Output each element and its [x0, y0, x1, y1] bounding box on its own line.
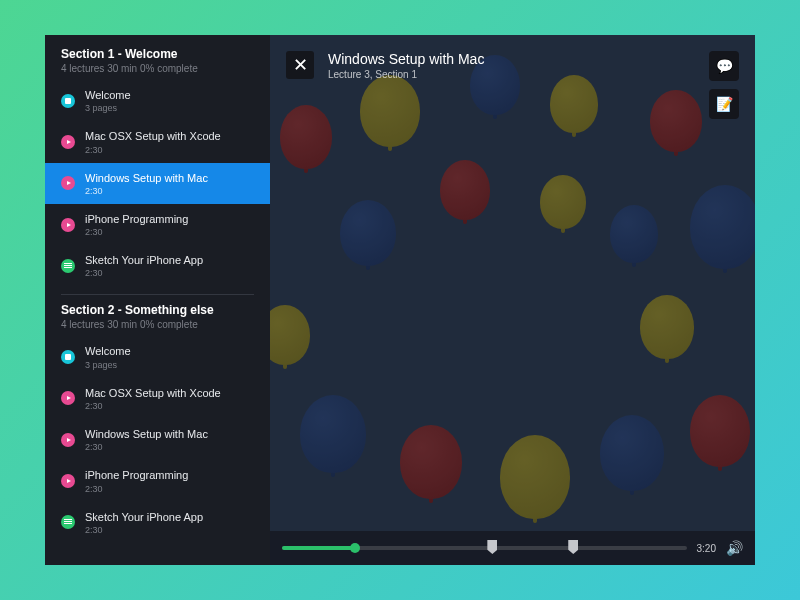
- section-title: Section 1 - Welcome: [61, 47, 254, 61]
- main-panel: ✕ Windows Setup with Mac Lecture 3, Sect…: [270, 35, 755, 565]
- sidebar-item[interactable]: Sketch Your iPhone App 2:30: [45, 502, 270, 543]
- item-sub: 3 pages: [85, 360, 254, 370]
- player-controls: 3:20 🔊: [270, 531, 755, 565]
- item-sub: 2:30: [85, 227, 254, 237]
- item-text: iPhone Programming 2:30: [85, 468, 254, 493]
- play-icon: [61, 218, 75, 232]
- sidebar-item[interactable]: Mac OSX Setup with Xcode 2:30: [45, 378, 270, 419]
- item-title: Windows Setup with Mac: [85, 427, 254, 441]
- play-icon: [61, 135, 75, 149]
- time-display: 3:20: [697, 543, 716, 554]
- item-sub: 2:30: [85, 268, 254, 278]
- section-title: Section 2 - Something else: [61, 303, 254, 317]
- close-button[interactable]: ✕: [286, 51, 314, 79]
- title-block: Windows Setup with Mac Lecture 3, Sectio…: [328, 51, 695, 80]
- lecture-title: Windows Setup with Mac: [328, 51, 695, 67]
- item-title: Welcome: [85, 88, 254, 102]
- chat-button[interactable]: 💬: [709, 51, 739, 81]
- sidebar-item[interactable]: iPhone Programming 2:30: [45, 204, 270, 245]
- item-sub: 2:30: [85, 484, 254, 494]
- close-icon: ✕: [293, 56, 308, 74]
- section-meta: 4 lectures 30 min 0% complete: [61, 319, 254, 330]
- item-title: iPhone Programming: [85, 212, 254, 226]
- item-sub: 2:30: [85, 525, 254, 535]
- item-text: Windows Setup with Mac 2:30: [85, 427, 254, 452]
- item-text: Sketch Your iPhone App 2:30: [85, 253, 254, 278]
- sidebar-item[interactable]: Welcome 3 pages: [45, 336, 270, 377]
- lecture-subtitle: Lecture 3, Section 1: [328, 69, 695, 80]
- item-title: Sketch Your iPhone App: [85, 510, 254, 524]
- right-icons: 💬 📝: [709, 51, 739, 119]
- play-icon: [61, 474, 75, 488]
- item-sub: 2:30: [85, 442, 254, 452]
- app-window: Section 1 - Welcome 4 lectures 30 min 0%…: [45, 35, 755, 565]
- play-icon: [61, 433, 75, 447]
- volume-icon[interactable]: 🔊: [726, 540, 743, 556]
- item-sub: 2:30: [85, 401, 254, 411]
- section-header: Section 2 - Something else 4 lectures 30…: [45, 303, 270, 336]
- item-text: Welcome 3 pages: [85, 88, 254, 113]
- item-title: Mac OSX Setup with Xcode: [85, 386, 254, 400]
- item-sub: 3 pages: [85, 103, 254, 113]
- item-text: iPhone Programming 2:30: [85, 212, 254, 237]
- sidebar-item[interactable]: Welcome 3 pages: [45, 80, 270, 121]
- progress-thumb[interactable]: [350, 543, 360, 553]
- chat-icon: 💬: [716, 58, 733, 74]
- topbar: ✕ Windows Setup with Mac Lecture 3, Sect…: [270, 35, 755, 119]
- section-divider: [61, 294, 254, 295]
- lines-icon: [61, 259, 75, 273]
- sidebar-item[interactable]: iPhone Programming 2:30: [45, 460, 270, 501]
- section-header: Section 1 - Welcome 4 lectures 30 min 0%…: [45, 47, 270, 80]
- item-text: Mac OSX Setup with Xcode 2:30: [85, 129, 254, 154]
- sidebar-item[interactable]: Windows Setup with Mac 2:30: [45, 419, 270, 460]
- item-title: Mac OSX Setup with Xcode: [85, 129, 254, 143]
- doc-icon: [61, 350, 75, 364]
- sidebar-item[interactable]: Windows Setup with Mac 2:30: [45, 163, 270, 204]
- item-text: Sketch Your iPhone App 2:30: [85, 510, 254, 535]
- chapter-marker[interactable]: [487, 540, 497, 554]
- lines-icon: [61, 515, 75, 529]
- section-meta: 4 lectures 30 min 0% complete: [61, 63, 254, 74]
- item-title: iPhone Programming: [85, 468, 254, 482]
- notes-icon: 📝: [716, 96, 733, 112]
- item-sub: 2:30: [85, 186, 254, 196]
- notes-button[interactable]: 📝: [709, 89, 739, 119]
- progress-fill: [282, 546, 355, 550]
- sidebar-item[interactable]: Mac OSX Setup with Xcode 2:30: [45, 121, 270, 162]
- item-sub: 2:30: [85, 145, 254, 155]
- sidebar-item[interactable]: Sketch Your iPhone App 2:30: [45, 245, 270, 286]
- item-text: Mac OSX Setup with Xcode 2:30: [85, 386, 254, 411]
- item-title: Welcome: [85, 344, 254, 358]
- progress-bar[interactable]: [282, 546, 687, 550]
- play-icon: [61, 176, 75, 190]
- item-text: Welcome 3 pages: [85, 344, 254, 369]
- item-title: Windows Setup with Mac: [85, 171, 254, 185]
- item-text: Windows Setup with Mac 2:30: [85, 171, 254, 196]
- chapter-marker[interactable]: [568, 540, 578, 554]
- play-icon: [61, 391, 75, 405]
- sidebar: Section 1 - Welcome 4 lectures 30 min 0%…: [45, 35, 270, 565]
- doc-icon: [61, 94, 75, 108]
- item-title: Sketch Your iPhone App: [85, 253, 254, 267]
